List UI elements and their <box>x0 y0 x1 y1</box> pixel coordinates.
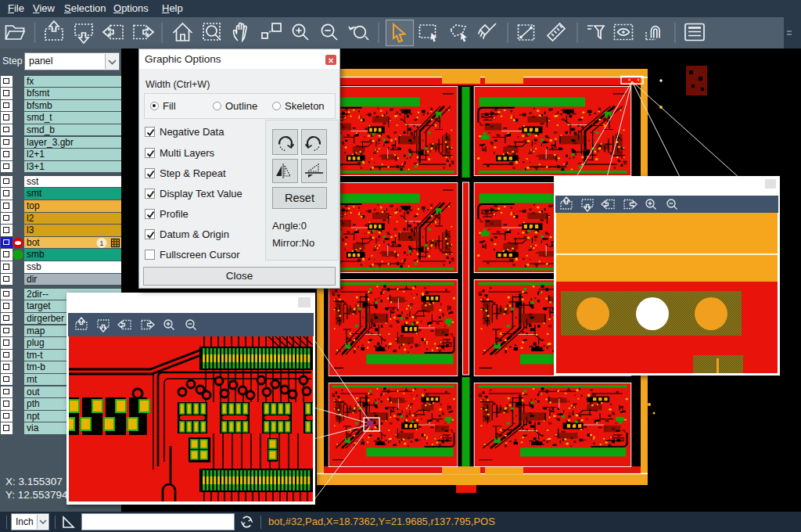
svg-text:1: 1 <box>99 239 103 247</box>
